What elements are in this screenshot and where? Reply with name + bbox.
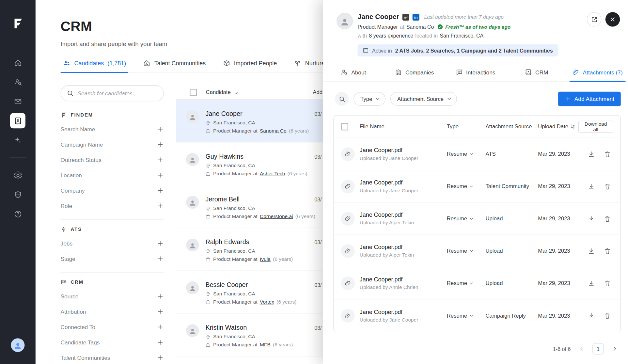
upload-date-header[interactable]: Upload Date	[538, 123, 578, 130]
filter-item[interactable]: Stage	[60, 251, 164, 266]
attachment-upload-date: Mar 29, 2023	[538, 280, 578, 286]
delete-icon[interactable]	[602, 181, 613, 192]
attachment-type-dropdown[interactable]: Resume	[447, 280, 486, 286]
candidate-company-link[interactable]: Asher Tech	[260, 171, 285, 176]
ai-sparkles-icon[interactable]	[10, 133, 25, 148]
add-attachment-button[interactable]: Add Attachment	[558, 92, 620, 106]
attachment-row: Jane Cooper.pdf Uploaded by Alper Tekin …	[334, 235, 620, 267]
open-in-new-button[interactable]	[587, 12, 602, 27]
linkedin-icon[interactable]: in	[413, 13, 419, 20]
tab-attachments[interactable]: Attachments (7)	[567, 65, 628, 82]
plus-icon[interactable]	[157, 293, 164, 300]
plus-icon[interactable]	[157, 202, 164, 209]
download-all-button[interactable]: Download all	[578, 120, 613, 133]
filter-item[interactable]: Role	[60, 198, 164, 214]
attachment-type-dropdown[interactable]: Resume	[447, 151, 486, 157]
plus-icon[interactable]	[157, 354, 164, 361]
download-icon[interactable]	[586, 310, 597, 322]
candidate-location: San Francisco, CA	[213, 163, 255, 168]
tab-interactions[interactable]: Interactions	[445, 65, 506, 82]
findem-logo[interactable]	[11, 17, 24, 30]
candidate-location: San Francisco, CA	[213, 291, 255, 297]
type-filter-dropdown[interactable]: Type	[353, 92, 385, 106]
candidate-role: Product Manager at	[213, 128, 258, 134]
attachment-file-name: Jane Cooper.pdf	[360, 212, 447, 218]
attachments-paperclip-icon	[572, 69, 579, 76]
help-icon[interactable]	[10, 206, 25, 222]
attachment-type-dropdown[interactable]: Resume	[447, 248, 486, 254]
tab-companies[interactable]: Companies	[384, 65, 445, 82]
filter-item[interactable]: Jobs	[60, 236, 164, 251]
previous-page-button[interactable]	[575, 343, 588, 355]
candidate-search-input[interactable]	[77, 90, 158, 97]
plus-icon[interactable]	[157, 156, 164, 164]
filter-item[interactable]: Attribution	[60, 304, 164, 319]
candidate-company-link[interactable]: Cornerstone.ai	[260, 214, 293, 219]
tab-imported-people[interactable]: Imported People	[220, 57, 279, 72]
findem-mark-icon	[60, 112, 67, 119]
security-shield-icon[interactable]	[10, 187, 25, 202]
active-in-chip[interactable]: Active in 2 ATS Jobs, 2 Searches, 1 Camp…	[358, 44, 558, 56]
filter-item[interactable]: Campaign Name	[60, 137, 164, 152]
attachment-search-button[interactable]	[335, 92, 349, 106]
attachment-type-dropdown[interactable]: Resume	[447, 215, 486, 222]
filter-item[interactable]: Company	[60, 183, 164, 198]
candidate-company-link[interactable]: Vortex	[260, 299, 274, 305]
home-icon[interactable]	[10, 55, 25, 70]
attachment-source-filter-dropdown[interactable]: Attachment Source	[390, 92, 457, 106]
people-search-icon[interactable]	[10, 74, 25, 90]
settings-gear-icon[interactable]	[10, 167, 25, 183]
next-page-button[interactable]	[609, 343, 621, 355]
tab-crm[interactable]: CRM	[506, 65, 567, 82]
delete-icon[interactable]	[602, 148, 613, 160]
select-all-attachments-checkbox[interactable]	[341, 123, 348, 130]
tab-talent-communities[interactable]: Talent Communities	[141, 57, 208, 72]
download-icon[interactable]	[586, 245, 597, 257]
filter-item[interactable]: Connected To	[60, 319, 164, 335]
download-icon[interactable]	[586, 213, 597, 224]
plus-icon[interactable]	[157, 126, 164, 133]
current-page-button[interactable]: 1	[592, 343, 604, 355]
attachment-file-name: Jane Cooper.pdf	[360, 179, 447, 186]
download-icon[interactable]	[586, 277, 597, 289]
plus-icon[interactable]	[157, 141, 164, 148]
candidate-company-link[interactable]: Ivula	[260, 256, 271, 262]
filter-item[interactable]: Source	[60, 289, 164, 304]
plus-icon[interactable]	[157, 240, 164, 247]
delete-icon[interactable]	[602, 213, 613, 224]
plus-icon[interactable]	[157, 187, 164, 194]
about-person-icon	[341, 69, 348, 76]
plus-icon[interactable]	[157, 308, 164, 315]
nurture-campaigns-icon	[294, 59, 301, 67]
plus-icon[interactable]	[157, 339, 164, 346]
filter-item[interactable]: Outreach Status	[60, 152, 164, 167]
candidate-company-link[interactable]: MFB	[260, 342, 271, 347]
plus-icon[interactable]	[157, 172, 164, 179]
close-drawer-button[interactable]	[605, 12, 620, 27]
attachment-type-dropdown[interactable]: Resume	[447, 183, 486, 189]
filter-item[interactable]: Search Name	[60, 121, 164, 137]
candidate-company-link[interactable]: Sanoma Co	[260, 128, 287, 134]
delete-icon[interactable]	[602, 277, 613, 289]
delete-icon[interactable]	[602, 310, 613, 322]
sort-icon[interactable]	[570, 123, 576, 130]
filter-item[interactable]: Location	[60, 167, 164, 183]
plus-icon[interactable]	[157, 323, 164, 330]
attachment-source: Upload	[486, 248, 538, 254]
candidate-column-header[interactable]: Candidate	[206, 89, 239, 95]
plus-icon[interactable]	[157, 255, 164, 262]
tab-about[interactable]: About	[323, 65, 384, 82]
user-avatar[interactable]	[11, 338, 24, 352]
filter-item[interactable]: Talent Communities	[60, 350, 164, 364]
attachment-type-dropdown[interactable]: Resume	[447, 313, 486, 319]
sort-descending-icon[interactable]	[233, 89, 239, 95]
select-all-checkbox[interactable]	[190, 88, 197, 96]
tab-candidates[interactable]: Candidates (1,781)	[60, 57, 128, 72]
filter-item[interactable]: Candidate Tags	[60, 335, 164, 350]
download-icon[interactable]	[586, 148, 597, 160]
git-icon[interactable]: git	[402, 13, 409, 20]
contacts-icon[interactable]	[10, 113, 25, 128]
delete-icon[interactable]	[602, 245, 613, 257]
mail-icon[interactable]	[10, 94, 25, 109]
download-icon[interactable]	[586, 181, 597, 192]
